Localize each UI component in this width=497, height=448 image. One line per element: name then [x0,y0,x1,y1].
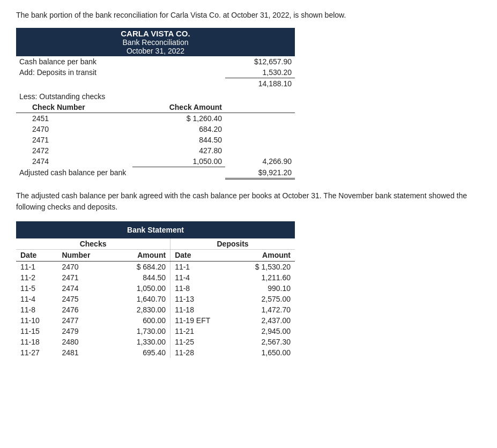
subtotal-amount: 14,188.10 [225,78,295,89]
deposit-date-cell: 11-1 [170,261,230,272]
checks-amount-col-header: Amount [105,249,170,261]
check-amount-cell: 1,730.00 [105,326,170,337]
section-header-row: Checks Deposits [16,238,295,250]
check-number-2474: 2474 [16,156,132,167]
check-row-2471: 2471 844.50 [16,135,295,145]
cash-balance-row: Cash balance per bank $12,657.90 [16,56,295,67]
adjusted-balance-amount: $9,921.20 [225,167,295,179]
bank-statement-wrapper: Bank Statement Checks Deposits Date Numb… [16,221,295,358]
check-number-cell: 2477 [57,315,105,326]
deposit-date-cell: 11-19 EFT [170,315,230,326]
company-name: CARLA VISTA CO. [19,29,292,38]
check-amount-2470: 684.20 [132,124,225,135]
less-heading-row: Less: Outstanding checks [16,89,295,102]
check-date-cell: 11-8 [16,304,57,315]
bank-stmt-row: 11-10 2477 600.00 11-19 EFT 2,437.00 [16,315,295,326]
checks-number-col-header: Number [57,249,105,261]
check-date-cell: 11-18 [16,337,57,347]
check-amount-cell: 600.00 [105,315,170,326]
check-date-cell: 11-10 [16,315,57,326]
check-number-cell: 2481 [57,347,105,358]
cash-balance-amount: $12,657.90 [225,56,295,67]
bank-statement-table: Checks Deposits Date Number Amount Date … [16,238,295,358]
check-amount-cell: 1,330.00 [105,337,170,347]
deposit-amount-cell: 2,567.30 [229,337,295,347]
checks-date-col-header: Date [16,249,57,261]
bank-stmt-row: 11-8 2476 2,830.00 11-18 1,472.70 [16,304,295,315]
bank-stmt-row: 11-1 2470 $ 684.20 11-1 $ 1,530.20 [16,261,295,272]
deposits-amount-col-header: Amount [229,249,295,261]
intro-paragraph: The bank portion of the bank reconciliat… [16,11,481,19]
check-date-cell: 11-27 [16,347,57,358]
less-label: Less: Outstanding checks [16,89,295,102]
reconciliation-table: CARLA VISTA CO. Bank Reconciliation Octo… [16,28,295,180]
adjusted-balance-label: Adjusted cash balance per bank [16,167,225,179]
check-amount-cell: 1,640.70 [105,294,170,304]
bank-stmt-header: Bank Statement [16,221,295,238]
adjusted-balance-row: Adjusted cash balance per bank $9,921.20 [16,167,295,179]
bank-stmt-row: 11-5 2474 1,050.00 11-8 990.10 [16,283,295,294]
check-amount-2471: 844.50 [132,135,225,145]
para2-text: The adjusted cash balance per bank agree… [16,190,481,213]
deposits-section-header: Deposits [170,238,295,250]
deposit-date-cell: 11-21 [170,326,230,337]
check-amount-cell: 844.50 [105,272,170,283]
check-number-cell: 2479 [57,326,105,337]
check-number-cell: 2474 [57,283,105,294]
bank-stmt-row: 11-2 2471 844.50 11-4 1,211.60 [16,272,295,283]
check-number-cell: 2476 [57,304,105,315]
deposit-amount-cell: 1,211.60 [229,272,295,283]
check-number-header: Check Number [16,102,132,113]
check-amount-header: Check Amount [132,102,225,113]
check-header-row: Check Number Check Amount [16,102,295,113]
subtotal-row: 14,188.10 [16,78,295,89]
deposit-date-cell: 11-18 [170,304,230,315]
deposit-amount-cell: 2,575.00 [229,294,295,304]
recon-table-header: CARLA VISTA CO. Bank Reconciliation Octo… [16,28,295,56]
checks-total: 4,266.90 [225,156,295,167]
deposit-amount-cell: 1,650.00 [229,347,295,358]
check-amount-2472: 427.80 [132,145,225,156]
check-amount-cell: 695.40 [105,347,170,358]
deposit-amount-cell: 990.10 [229,283,295,294]
recon-title1: Bank Reconciliation [19,38,292,47]
deposit-date-cell: 11-4 [170,272,230,283]
check-amount-cell: 2,830.00 [105,304,170,315]
deposits-date-col-header: Date [170,249,230,261]
check-row-2470: 2470 684.20 [16,124,295,135]
deposit-amount-cell: $ 1,530.20 [229,261,295,272]
check-number-cell: 2475 [57,294,105,304]
check-amount-cell: $ 684.20 [105,261,170,272]
check-number-2472: 2472 [16,145,132,156]
col-header-row: Date Number Amount Date Amount [16,249,295,261]
bank-stmt-row: 11-15 2479 1,730.00 11-21 2,945.00 [16,326,295,337]
check-number-cell: 2480 [57,337,105,347]
check-number-cell: 2471 [57,272,105,283]
bank-stmt-row: 11-4 2475 1,640.70 11-13 2,575.00 [16,294,295,304]
check-amount-cell: 1,050.00 [105,283,170,294]
recon-title2: October 31, 2022 [19,47,292,55]
deposit-amount-cell: 2,437.00 [229,315,295,326]
check-date-cell: 11-4 [16,294,57,304]
deposit-date-cell: 11-28 [170,347,230,358]
check-amount-2474: 1,050.00 [132,156,225,167]
deposit-date-cell: 11-25 [170,337,230,347]
check-date-cell: 11-5 [16,283,57,294]
deposit-date-cell: 11-13 [170,294,230,304]
checks-section-header: Checks [16,238,170,250]
check-amount-2451: $ 1,260.40 [132,113,225,124]
cash-balance-label: Cash balance per bank [16,56,225,67]
bank-stmt-row: 11-27 2481 695.40 11-28 1,650.00 [16,347,295,358]
check-date-cell: 11-2 [16,272,57,283]
deposits-transit-amount: 1,530.20 [225,67,295,78]
deposits-transit-label: Add: Deposits in transit [16,67,225,78]
check-date-cell: 11-1 [16,261,57,272]
check-number-2470: 2470 [16,124,132,135]
deposit-date-cell: 11-8 [170,283,230,294]
deposit-amount-cell: 1,472.70 [229,304,295,315]
check-number-2471: 2471 [16,135,132,145]
check-row-2474: 2474 1,050.00 4,266.90 [16,156,295,167]
check-date-cell: 11-15 [16,326,57,337]
check-number-2451: 2451 [16,113,132,124]
check-row-2472: 2472 427.80 [16,145,295,156]
